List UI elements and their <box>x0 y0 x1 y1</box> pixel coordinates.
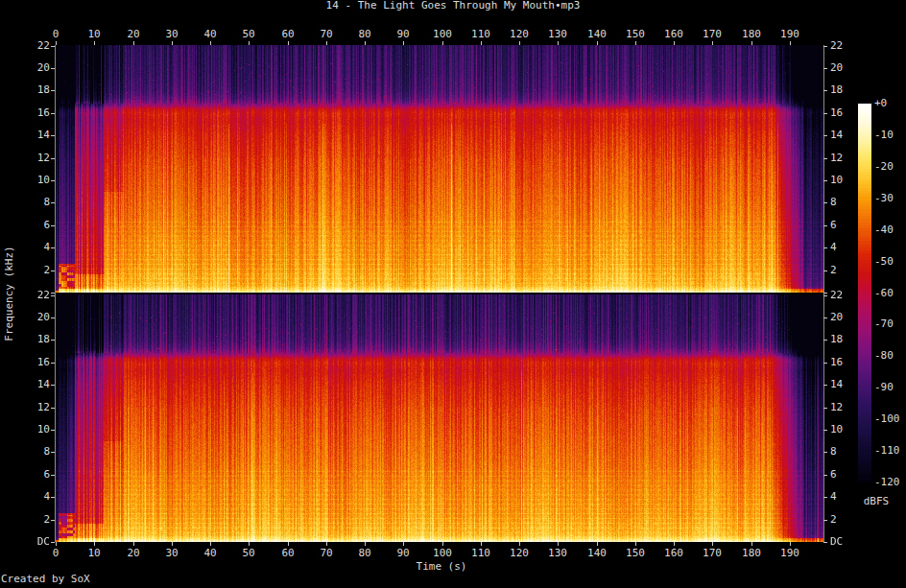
x-axis-tick-label: 40 <box>191 548 229 559</box>
y-axis-tick-label: 6 <box>830 469 837 481</box>
y-axis-tick <box>823 225 827 226</box>
y-axis-tick <box>823 158 827 159</box>
y-axis-tick <box>51 452 55 453</box>
colorbar-tick-label: -30 <box>874 193 894 204</box>
x-axis-tick-label: 90 <box>384 29 422 40</box>
x-axis-tick-label: 110 <box>462 548 500 559</box>
x-axis-tick <box>133 41 134 45</box>
colorbar-gradient <box>858 104 871 482</box>
colorbar-title: dBFS <box>864 496 890 507</box>
x-axis-tick <box>597 542 598 546</box>
y-axis-tick-label: 2 <box>830 514 837 526</box>
y-axis-tick-label: 12 <box>830 402 843 413</box>
y-axis-tick-label: 16 <box>25 357 50 368</box>
x-axis-tick <box>326 41 327 45</box>
x-axis-tick-label: 160 <box>655 29 693 40</box>
x-axis-tick <box>442 542 443 546</box>
y-axis-tick <box>823 135 827 136</box>
y-axis-tick <box>51 295 55 296</box>
x-axis-tick <box>442 41 443 45</box>
plot-border-left <box>55 45 56 542</box>
x-axis-tick-label: 80 <box>346 548 384 559</box>
y-axis-tick <box>51 90 55 91</box>
x-axis-tick <box>94 542 95 546</box>
y-axis-tick <box>51 180 55 181</box>
y-axis-tick <box>823 408 827 409</box>
y-axis-tick-label: 2 <box>25 514 50 526</box>
y-axis-tick-label: 2 <box>25 265 50 276</box>
x-axis-tick <box>751 41 752 45</box>
y-axis-dc-tick <box>823 542 827 543</box>
x-axis-tick-label: 190 <box>771 29 809 40</box>
x-axis-tick <box>751 542 752 546</box>
x-axis-tick-label: 170 <box>693 29 731 40</box>
y-axis-tick-label: 22 <box>830 40 843 52</box>
colorbar-tick-label: -10 <box>874 129 894 141</box>
x-axis-tick <box>133 542 134 546</box>
x-axis-tick <box>288 41 289 45</box>
y-axis-dc-tick <box>51 293 55 294</box>
colorbar-tick-label: -120 <box>874 477 900 488</box>
y-axis-tick <box>823 363 827 364</box>
x-axis-tick-label: 100 <box>423 29 462 40</box>
colorbar-tick-label: -40 <box>874 224 894 236</box>
y-axis-tick-label: 6 <box>830 220 837 231</box>
y-axis-tick-label: 18 <box>830 84 843 96</box>
y-axis-tick <box>51 363 55 364</box>
y-axis-tick <box>51 225 55 226</box>
y-axis-tick <box>51 247 55 248</box>
y-axis-tick <box>51 202 55 203</box>
y-axis-tick-label: 2 <box>830 265 837 276</box>
y-axis-tick-label: 20 <box>25 312 50 323</box>
x-axis-tick-label: 190 <box>771 548 809 559</box>
x-axis-tick-label: 160 <box>655 548 693 559</box>
y-axis-dc-label: DC <box>830 536 843 548</box>
y-axis-tick <box>823 520 827 521</box>
y-axis-tick <box>823 318 827 318</box>
y-axis-tick-label: 12 <box>25 402 50 413</box>
y-axis-tick <box>823 247 827 248</box>
y-axis-tick-label: 16 <box>830 107 843 119</box>
y-axis-tick-label: 4 <box>25 491 50 503</box>
y-axis-tick <box>823 430 827 431</box>
y-axis-tick-label: 8 <box>25 446 50 458</box>
y-axis-tick-label: 8 <box>25 197 50 208</box>
y-axis-tick-label: 4 <box>830 242 837 253</box>
x-axis-tick <box>365 542 366 546</box>
x-axis-tick-label: 140 <box>578 548 616 559</box>
y-axis-tick-label: 20 <box>25 62 50 74</box>
y-axis-tick-label: 14 <box>25 379 50 390</box>
x-axis-tick <box>172 542 173 546</box>
x-axis-title: Time (s) <box>417 561 467 573</box>
x-axis-tick-label: 150 <box>616 548 655 559</box>
y-axis-tick-label: 8 <box>830 446 837 458</box>
x-axis-tick-label: 90 <box>384 548 422 559</box>
x-axis-tick <box>249 41 250 45</box>
x-axis-tick-label: 80 <box>346 29 384 40</box>
x-axis-tick-label: 100 <box>423 548 462 559</box>
sox-spectrogram-window: 14 - The Light Goes Through My Mouth•mp3… <box>0 0 906 588</box>
y-axis-tick <box>823 90 827 91</box>
colorbar-tick-label: -80 <box>874 350 894 362</box>
y-axis-tick-label: 18 <box>25 84 50 96</box>
created-by-sox-credit: Created by SoX <box>1 574 90 585</box>
y-axis-tick <box>823 475 827 476</box>
x-axis-tick <box>326 542 327 546</box>
y-axis-tick <box>823 46 827 47</box>
x-axis-tick <box>712 41 713 45</box>
y-axis-dc-label: DC <box>25 536 50 548</box>
x-axis-tick-label: 20 <box>114 548 153 559</box>
y-axis-tick <box>823 497 827 498</box>
x-axis-tick <box>558 542 559 546</box>
x-axis-tick <box>674 542 675 546</box>
y-axis-tick-label: 6 <box>25 220 50 231</box>
x-axis-tick-label: 50 <box>229 29 268 40</box>
x-axis-tick-label: 30 <box>153 29 191 40</box>
colorbar-tick-label: -110 <box>874 445 900 457</box>
x-axis-tick-label: 30 <box>153 548 191 559</box>
x-axis-tick <box>712 542 713 546</box>
y-axis-tick-label: 10 <box>830 424 843 435</box>
x-axis-tick-label: 0 <box>36 548 75 559</box>
x-axis-tick-label: 10 <box>75 548 113 559</box>
x-axis-tick <box>56 542 57 546</box>
